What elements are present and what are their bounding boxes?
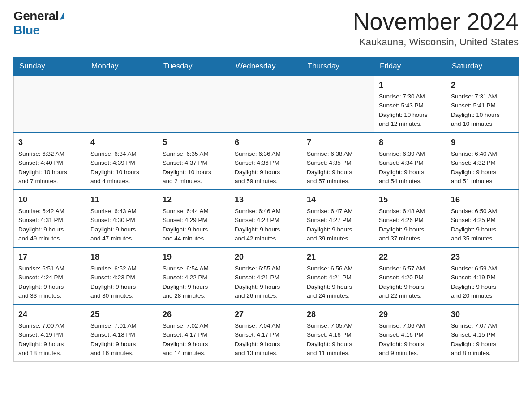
calendar-cell: 19Sunrise: 6:54 AM Sunset: 4:22 PM Dayli… [158, 247, 230, 304]
calendar-cell: 9Sunrise: 6:40 AM Sunset: 4:32 PM Daylig… [446, 133, 519, 190]
calendar-cell [14, 76, 86, 133]
day-info: Sunrise: 6:46 AM Sunset: 4:28 PM Dayligh… [235, 207, 297, 243]
day-info: Sunrise: 7:04 AM Sunset: 4:17 PM Dayligh… [235, 321, 297, 358]
calendar-cell: 29Sunrise: 7:06 AM Sunset: 4:16 PM Dayli… [374, 304, 446, 362]
calendar-cell: 13Sunrise: 6:46 AM Sunset: 4:28 PM Dayli… [230, 190, 302, 247]
day-info: Sunrise: 6:38 AM Sunset: 4:35 PM Dayligh… [307, 150, 369, 186]
calendar-cell: 14Sunrise: 6:47 AM Sunset: 4:27 PM Dayli… [302, 190, 374, 247]
day-number: 21 [307, 251, 369, 263]
calendar-week-row: 1Sunrise: 7:30 AM Sunset: 5:43 PM Daylig… [14, 76, 519, 133]
calendar-cell: 17Sunrise: 6:51 AM Sunset: 4:24 PM Dayli… [14, 247, 86, 304]
day-info: Sunrise: 6:35 AM Sunset: 4:37 PM Dayligh… [163, 150, 225, 186]
calendar-cell: 30Sunrise: 7:07 AM Sunset: 4:15 PM Dayli… [446, 304, 519, 362]
logo-blue-text: Blue [13, 23, 40, 38]
calendar-cell: 11Sunrise: 6:43 AM Sunset: 4:30 PM Dayli… [86, 190, 158, 247]
day-number: 23 [451, 251, 514, 263]
day-info: Sunrise: 6:48 AM Sunset: 4:26 PM Dayligh… [379, 207, 442, 243]
calendar-cell: 2Sunrise: 7:31 AM Sunset: 5:41 PM Daylig… [446, 76, 519, 133]
day-number: 17 [18, 251, 81, 263]
day-number: 4 [90, 137, 153, 149]
calendar-cell: 26Sunrise: 7:02 AM Sunset: 4:17 PM Dayli… [158, 304, 230, 362]
calendar-week-row: 17Sunrise: 6:51 AM Sunset: 4:24 PM Dayli… [14, 247, 519, 304]
weekday-header-row: SundayMondayTuesdayWednesdayThursdayFrid… [14, 57, 519, 76]
day-info: Sunrise: 7:01 AM Sunset: 4:18 PM Dayligh… [90, 321, 153, 358]
day-number: 14 [307, 194, 369, 206]
calendar-cell: 23Sunrise: 6:59 AM Sunset: 4:19 PM Dayli… [446, 247, 519, 304]
calendar-cell [230, 76, 302, 133]
day-number: 20 [235, 251, 297, 263]
day-info: Sunrise: 6:32 AM Sunset: 4:40 PM Dayligh… [18, 150, 81, 186]
day-number: 26 [163, 308, 225, 321]
day-info: Sunrise: 7:06 AM Sunset: 4:16 PM Dayligh… [379, 321, 442, 358]
calendar-cell: 22Sunrise: 6:57 AM Sunset: 4:20 PM Dayli… [374, 247, 446, 304]
day-number: 2 [451, 79, 514, 91]
day-info: Sunrise: 6:56 AM Sunset: 4:21 PM Dayligh… [307, 264, 369, 300]
day-number: 6 [235, 137, 297, 149]
day-number: 11 [90, 194, 153, 206]
day-info: Sunrise: 6:44 AM Sunset: 4:29 PM Dayligh… [163, 207, 225, 243]
calendar-cell: 18Sunrise: 6:52 AM Sunset: 4:23 PM Dayli… [86, 247, 158, 304]
day-info: Sunrise: 6:42 AM Sunset: 4:31 PM Dayligh… [18, 207, 81, 243]
day-info: Sunrise: 6:39 AM Sunset: 4:34 PM Dayligh… [379, 150, 442, 186]
day-info: Sunrise: 6:51 AM Sunset: 4:24 PM Dayligh… [18, 264, 81, 300]
calendar-cell [158, 76, 230, 133]
page-header: General Blue November 2024 Kaukauna, Wis… [13, 9, 519, 48]
day-number: 19 [163, 251, 225, 263]
weekday-header-monday: Monday [86, 57, 158, 76]
day-info: Sunrise: 6:40 AM Sunset: 4:32 PM Dayligh… [451, 150, 514, 186]
calendar-cell: 10Sunrise: 6:42 AM Sunset: 4:31 PM Dayli… [14, 190, 86, 247]
day-number: 27 [235, 308, 297, 321]
day-number: 7 [307, 137, 369, 149]
calendar-table: SundayMondayTuesdayWednesdayThursdayFrid… [13, 57, 519, 362]
calendar-cell [302, 76, 374, 133]
calendar-cell: 28Sunrise: 7:05 AM Sunset: 4:16 PM Dayli… [302, 304, 374, 362]
logo-triangle-icon [59, 13, 64, 20]
day-number: 5 [163, 137, 225, 149]
calendar-cell: 20Sunrise: 6:55 AM Sunset: 4:21 PM Dayli… [230, 247, 302, 304]
day-info: Sunrise: 6:47 AM Sunset: 4:27 PM Dayligh… [307, 207, 369, 243]
calendar-cell: 12Sunrise: 6:44 AM Sunset: 4:29 PM Dayli… [158, 190, 230, 247]
calendar-cell: 24Sunrise: 7:00 AM Sunset: 4:19 PM Dayli… [14, 304, 86, 362]
weekday-header-thursday: Thursday [302, 57, 374, 76]
day-number: 22 [379, 251, 442, 263]
logo: General Blue [13, 9, 64, 38]
day-number: 25 [90, 308, 153, 321]
day-number: 3 [18, 137, 81, 149]
calendar-cell: 25Sunrise: 7:01 AM Sunset: 4:18 PM Dayli… [86, 304, 158, 362]
calendar-cell: 4Sunrise: 6:34 AM Sunset: 4:39 PM Daylig… [86, 133, 158, 190]
day-number: 30 [451, 308, 514, 321]
day-info: Sunrise: 7:05 AM Sunset: 4:16 PM Dayligh… [307, 321, 369, 358]
day-number: 29 [379, 308, 442, 321]
day-number: 28 [307, 308, 369, 321]
logo-general-text: General [13, 9, 59, 23]
day-number: 18 [90, 251, 153, 263]
day-number: 10 [18, 194, 81, 206]
weekday-header-friday: Friday [374, 57, 446, 76]
calendar-cell: 7Sunrise: 6:38 AM Sunset: 4:35 PM Daylig… [302, 133, 374, 190]
calendar-cell: 3Sunrise: 6:32 AM Sunset: 4:40 PM Daylig… [14, 133, 86, 190]
day-info: Sunrise: 7:30 AM Sunset: 5:43 PM Dayligh… [379, 92, 442, 128]
day-info: Sunrise: 6:54 AM Sunset: 4:22 PM Dayligh… [163, 264, 225, 300]
calendar-cell: 5Sunrise: 6:35 AM Sunset: 4:37 PM Daylig… [158, 133, 230, 190]
day-info: Sunrise: 6:55 AM Sunset: 4:21 PM Dayligh… [235, 264, 297, 300]
day-info: Sunrise: 7:07 AM Sunset: 4:15 PM Dayligh… [451, 321, 514, 358]
day-info: Sunrise: 6:59 AM Sunset: 4:19 PM Dayligh… [451, 264, 514, 300]
calendar-cell: 15Sunrise: 6:48 AM Sunset: 4:26 PM Dayli… [374, 190, 446, 247]
day-info: Sunrise: 6:57 AM Sunset: 4:20 PM Dayligh… [379, 264, 442, 300]
day-info: Sunrise: 6:43 AM Sunset: 4:30 PM Dayligh… [90, 207, 153, 243]
calendar-week-row: 24Sunrise: 7:00 AM Sunset: 4:19 PM Dayli… [14, 304, 519, 362]
day-number: 13 [235, 194, 297, 206]
calendar-week-row: 3Sunrise: 6:32 AM Sunset: 4:40 PM Daylig… [14, 133, 519, 190]
weekday-header-wednesday: Wednesday [230, 57, 302, 76]
calendar-cell: 27Sunrise: 7:04 AM Sunset: 4:17 PM Dayli… [230, 304, 302, 362]
weekday-header-sunday: Sunday [14, 57, 86, 76]
day-info: Sunrise: 7:31 AM Sunset: 5:41 PM Dayligh… [451, 92, 514, 128]
month-title: November 2024 [353, 9, 519, 34]
day-number: 16 [451, 194, 514, 206]
calendar-cell: 8Sunrise: 6:39 AM Sunset: 4:34 PM Daylig… [374, 133, 446, 190]
day-info: Sunrise: 6:50 AM Sunset: 4:25 PM Dayligh… [451, 207, 514, 243]
calendar-cell [86, 76, 158, 133]
location-title: Kaukauna, Wisconsin, United States [353, 36, 519, 48]
calendar-cell: 6Sunrise: 6:36 AM Sunset: 4:36 PM Daylig… [230, 133, 302, 190]
calendar-cell: 21Sunrise: 6:56 AM Sunset: 4:21 PM Dayli… [302, 247, 374, 304]
